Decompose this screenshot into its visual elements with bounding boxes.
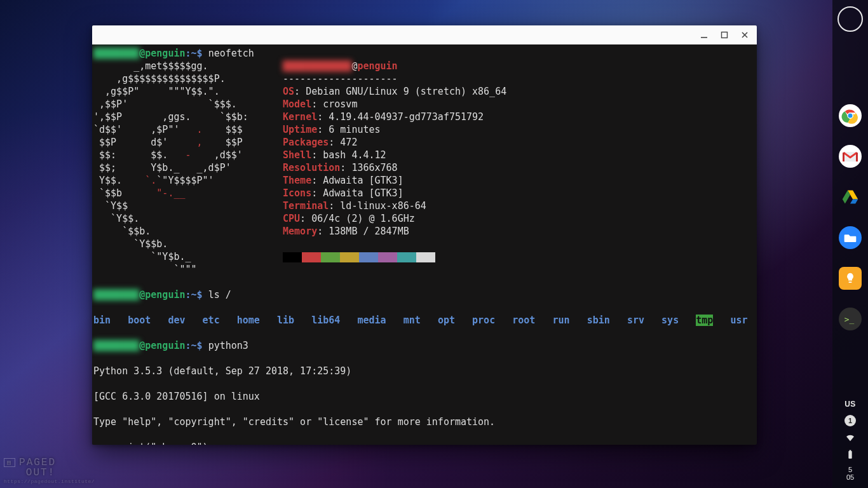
svg-rect-9 <box>848 451 851 458</box>
ls-entry: usr <box>730 315 747 326</box>
watermark: ▤PAGED OUT! https://pagedout.institute/ <box>4 458 95 484</box>
python-statement: print("whoa :O") <box>116 442 208 445</box>
ls-entry: opt <box>438 315 455 326</box>
keep-icon[interactable] <box>839 267 862 290</box>
ls-entry: sys <box>661 315 679 326</box>
prompt-user: ████████ <box>93 48 139 59</box>
gmail-icon[interactable] <box>839 145 862 168</box>
ls-entry: srv <box>627 315 644 326</box>
close-button[interactable] <box>736 28 753 42</box>
wifi-icon[interactable] <box>845 433 855 443</box>
ls-entry: mnt <box>403 315 421 326</box>
clock[interactable]: 5 05 <box>846 466 854 482</box>
python-banner: Python 3.5.3 (default, Sep 27 2018, 17:2… <box>93 365 756 377</box>
ls-entry: boot <box>128 315 151 326</box>
ls-entry: home <box>237 315 260 326</box>
status-tray[interactable]: US 1 5 05 <box>844 400 856 482</box>
shelf-dock: >_ US 1 5 05 <box>832 0 868 488</box>
terminal-output[interactable]: ████████@penguin:~$ neofetch _,met$$$$$g… <box>92 44 757 445</box>
ls-entry: bin <box>93 315 111 326</box>
ls-entry: proc <box>472 315 495 326</box>
cmd-ls: ls / <box>208 289 231 301</box>
drive-icon[interactable] <box>839 186 862 208</box>
ls-entry: run <box>553 315 570 326</box>
svg-rect-1 <box>722 32 728 38</box>
launcher-button[interactable] <box>837 6 863 32</box>
notification-badge[interactable]: 1 <box>844 415 856 426</box>
ls-entry: etc <box>203 315 220 326</box>
ls-entry: sbin <box>587 315 610 326</box>
ls-entry: root <box>512 315 535 326</box>
ls-entry: lib64 <box>311 315 340 326</box>
ime-indicator[interactable]: US <box>844 400 856 409</box>
terminal-window: ████████@penguin:~$ neofetch _,met$$$$$g… <box>92 25 757 445</box>
maximize-button[interactable] <box>716 28 733 42</box>
files-icon[interactable] <box>839 226 862 249</box>
cmd-neofetch: neofetch <box>208 48 254 59</box>
minimize-button[interactable] <box>696 28 712 42</box>
ls-entry: dev <box>168 315 185 326</box>
ls-entry: lib <box>277 315 294 326</box>
svg-text:>_: >_ <box>844 315 855 324</box>
cmd-python: python3 <box>208 340 248 351</box>
terminal-icon[interactable]: >_ <box>839 308 862 330</box>
ls-entry: tmp <box>696 315 713 326</box>
ls-output: bin boot dev etc home lib lib64 media mn… <box>93 314 756 327</box>
chrome-icon[interactable] <box>839 104 862 127</box>
ls-entry: media <box>357 315 386 326</box>
battery-icon[interactable] <box>845 449 855 459</box>
desktop-wallpaper: ████████@penguin:~$ neofetch _,met$$$$$g… <box>0 0 868 488</box>
neofetch-block: _,met$$$$$gg. ████████████@penguin ,g$$$… <box>93 60 756 276</box>
window-titlebar[interactable] <box>92 25 757 44</box>
svg-rect-10 <box>850 450 851 451</box>
